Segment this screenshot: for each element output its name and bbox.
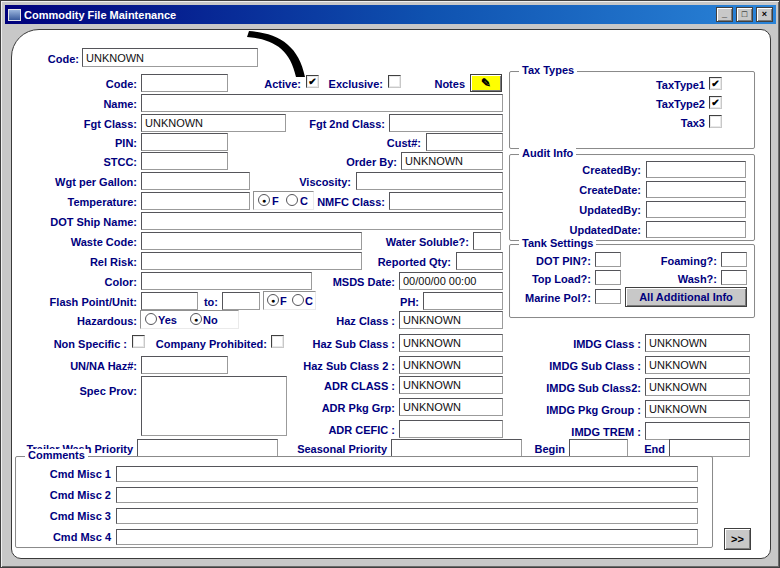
close-button[interactable]: ×	[756, 7, 773, 22]
commodity-file-maintenance-window: Commodity File Maintenance _ □ × Code: C…	[0, 0, 780, 568]
imdg-trem-label: IMDG TREM :	[545, 426, 641, 439]
temp-c-radio[interactable]	[286, 194, 298, 206]
tax3-label: Tax3	[615, 117, 705, 130]
created-by-label: CreatedBy:	[541, 164, 641, 177]
flash-point-input[interactable]	[141, 292, 198, 310]
cmd-misc-1-label: Cmd Misc 1	[21, 468, 111, 481]
taxtype2-label: TaxType2	[615, 98, 705, 111]
create-date-label: CreateDate:	[541, 184, 641, 197]
updated-by-input[interactable]	[646, 201, 746, 218]
dot-ship-name-input[interactable]	[141, 212, 503, 230]
viscosity-input[interactable]	[356, 172, 503, 190]
imdg-class-input[interactable]	[645, 334, 750, 352]
dot-ship-name-label: DOT Ship Name:	[31, 216, 137, 229]
seasonal-priority-input[interactable]	[391, 439, 522, 457]
wash-input[interactable]	[721, 270, 747, 285]
haz-class-input[interactable]	[399, 311, 503, 329]
exclusive-label: Exclusive:	[315, 78, 383, 91]
header-code-label: Code:	[33, 53, 79, 66]
taxtype1-label: TaxType1	[615, 79, 705, 92]
code-input[interactable]	[141, 74, 228, 92]
create-date-input[interactable]	[646, 181, 746, 198]
temp-f-radio[interactable]: ●	[258, 194, 270, 206]
adr-pkg-grp-input[interactable]	[399, 398, 503, 416]
imdg-trem-input[interactable]	[645, 422, 750, 440]
water-soluble-input[interactable]	[473, 232, 501, 250]
waste-code-input[interactable]	[141, 232, 362, 250]
rel-risk-input[interactable]	[141, 252, 362, 270]
order-by-input[interactable]	[401, 152, 503, 170]
company-prohibited-checkbox[interactable]	[271, 335, 284, 348]
wgt-per-gallon-input[interactable]	[141, 172, 250, 190]
header-code-input[interactable]	[82, 48, 258, 67]
cust-input[interactable]	[426, 133, 503, 151]
flash-to-input[interactable]	[222, 292, 260, 310]
tax3-checkbox[interactable]	[709, 115, 722, 128]
created-by-input[interactable]	[646, 161, 746, 178]
cmd-misc-2-input[interactable]	[116, 487, 698, 503]
updated-date-label: UpdatedDate:	[541, 224, 641, 237]
dot-pin-input[interactable]	[595, 252, 621, 267]
hazardous-no-radio[interactable]: ●	[190, 313, 202, 325]
stcc-input[interactable]	[141, 152, 228, 170]
stcc-label: STCC:	[31, 156, 137, 169]
cmd-msc-4-label: Cmd Msc 4	[21, 531, 111, 544]
msds-date-input[interactable]	[399, 272, 503, 290]
wgt-per-gallon-label: Wgt per Gallon:	[31, 176, 137, 189]
title-bar[interactable]: Commodity File Maintenance _ □ ×	[5, 5, 776, 24]
name-input[interactable]	[141, 94, 503, 112]
minimize-button[interactable]: _	[716, 7, 733, 22]
color-input[interactable]	[141, 272, 312, 290]
spec-prov-label: Spec Prov:	[31, 385, 137, 398]
exclusive-checkbox[interactable]	[388, 75, 401, 88]
temperature-input[interactable]	[141, 192, 250, 210]
un-na-haz-input[interactable]	[141, 356, 228, 374]
imdg-class-label: IMDG Class :	[557, 338, 641, 351]
ph-input[interactable]	[423, 292, 503, 310]
foaming-input[interactable]	[721, 252, 747, 267]
more-button[interactable]: >>	[724, 528, 751, 550]
fgt-2nd-class-label: Fgt 2nd Class:	[295, 118, 385, 131]
trailer-wash-priority-input[interactable]	[137, 439, 278, 457]
end-input[interactable]	[669, 439, 750, 457]
taxtype1-checkbox[interactable]: ✔	[709, 77, 722, 90]
adr-class-input[interactable]	[399, 376, 503, 394]
marine-pol-input[interactable]	[595, 289, 621, 304]
code-label: Code:	[31, 78, 137, 91]
order-by-label: Order By:	[339, 156, 397, 169]
pin-label: PIN:	[31, 137, 137, 150]
seasonal-priority-label: Seasonal Priority	[285, 443, 387, 456]
flash-c-radio[interactable]	[292, 294, 304, 306]
all-additional-info-button[interactable]: All Additional Info	[625, 287, 747, 307]
spec-prov-textarea[interactable]	[141, 376, 287, 436]
taxtype2-checkbox[interactable]: ✔	[709, 96, 722, 109]
color-label: Color:	[31, 276, 137, 289]
cmd-msc-4-input[interactable]	[116, 529, 698, 545]
top-load-input[interactable]	[595, 270, 621, 285]
name-label: Name:	[31, 98, 137, 111]
imdg-sub-class2-input[interactable]	[645, 378, 750, 396]
notes-button[interactable]: ✎	[470, 74, 502, 92]
haz-sub-class-2-input[interactable]	[399, 356, 503, 374]
updated-date-input[interactable]	[646, 221, 746, 238]
pin-input[interactable]	[141, 133, 228, 151]
maximize-button[interactable]: □	[736, 7, 753, 22]
nmfc-class-input[interactable]	[389, 192, 503, 210]
haz-sub-class-input[interactable]	[399, 334, 503, 352]
fgt-class-label: Fgt Class:	[31, 118, 137, 131]
hazardous-yes-radio[interactable]	[145, 313, 157, 325]
imdg-sub-class-input[interactable]	[645, 356, 750, 374]
cmd-misc-2-label: Cmd Misc 2	[21, 489, 111, 502]
marine-pol-label: Marine Pol?:	[515, 292, 591, 305]
fgt-2nd-class-input[interactable]	[389, 114, 503, 132]
cmd-misc-1-input[interactable]	[116, 466, 698, 482]
non-specific-checkbox[interactable]	[132, 335, 145, 348]
fgt-class-input[interactable]	[141, 114, 286, 132]
begin-input[interactable]	[569, 439, 628, 457]
flash-f-radio[interactable]: ●	[267, 294, 279, 306]
adr-cefic-input[interactable]	[399, 420, 503, 438]
reported-qty-label: Reported Qty:	[365, 256, 451, 269]
imdg-pkg-group-input[interactable]	[645, 400, 750, 418]
cmd-misc-3-input[interactable]	[116, 508, 698, 524]
reported-qty-input[interactable]	[456, 252, 503, 270]
